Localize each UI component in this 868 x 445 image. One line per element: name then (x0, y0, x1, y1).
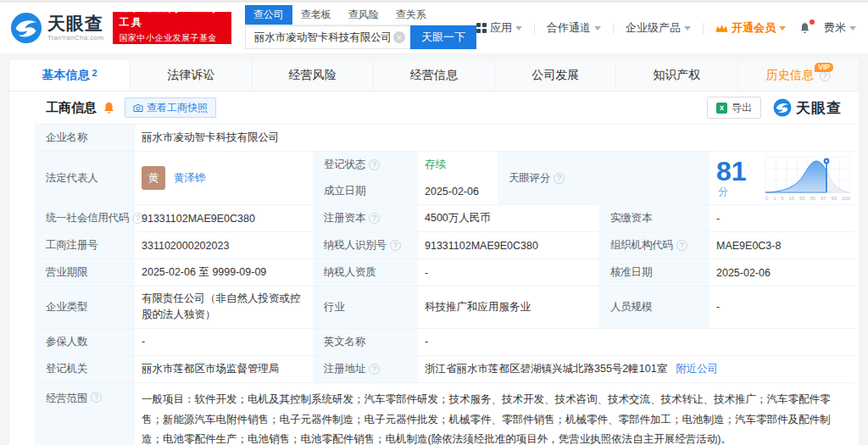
tab-label: 经营风险 (289, 68, 337, 83)
nav-divider (703, 23, 704, 34)
legal-rep-avatar[interactable]: 黄 (142, 166, 165, 190)
logo-swirl-icon (773, 98, 792, 117)
field-label-org-code: 组织机构代码 ? (599, 232, 709, 259)
top-nav: 应用 合作通道 企业级产品 开通会员 费米 (476, 20, 856, 36)
help-icon[interactable]: ? (554, 173, 565, 184)
field-label-reg-status: 登记状态 ? (313, 152, 418, 178)
logo-swirl-icon (10, 12, 42, 44)
notification-bell[interactable] (798, 21, 812, 36)
field-label-english-name: 英文名称 (313, 329, 418, 355)
field-label-address: 注册地址 ? (313, 356, 418, 382)
field-label-reg-number: 工商注册号 (35, 232, 135, 259)
field-label-staff-size: 人员规模 (599, 286, 709, 328)
field-value-company-name: 丽水市凌动智卡科技有限公司 (135, 125, 855, 151)
score-cell[interactable]: 81分 (709, 152, 855, 204)
search-tab-company[interactable]: 查公司 (245, 5, 292, 25)
tab-label: 法律诉讼 (167, 68, 214, 83)
search-button[interactable]: 天眼一下 (410, 25, 476, 49)
field-label-paid-capital: 实缴资本 (599, 205, 709, 231)
table-row: 统一社会信用代码 ? 91331102MAE9E0C380 注册资本 ? 450… (35, 205, 855, 232)
tab-operation-risk[interactable]: 经营风险 (253, 60, 374, 91)
table-row: 企业名称 丽水市凌动智卡科技有限公司 (35, 125, 855, 152)
chevron-down-icon (515, 26, 522, 31)
tab-label: 基本信息 (42, 68, 90, 83)
brand-slogan-banner: 都在用的商业查询工具 国家中小企业发展子基金旗下机构 (113, 12, 231, 44)
tab-intellectual-property[interactable]: 知识产权 (616, 60, 737, 91)
tab-label: 公司发展 (531, 68, 579, 83)
field-value-english-name: - (418, 329, 855, 355)
help-icon[interactable]: ? (91, 392, 102, 403)
chevron-down-icon (684, 26, 691, 31)
help-icon[interactable]: ? (369, 364, 380, 375)
tab-operation-info[interactable]: 经营信息 (374, 60, 495, 91)
field-label-taxpayer-quality: 纳税人资质 (313, 259, 418, 286)
field-value-paid-capital: - (709, 205, 855, 231)
search-clear-icon[interactable]: × (393, 31, 405, 43)
field-value-business-term: 2025-02-06 至 9999-09-09 (135, 259, 313, 286)
score-chart-ticks: 0151550859799100 (764, 196, 852, 201)
search-tab-boss[interactable]: 查老板 (292, 5, 340, 25)
field-label-business-term: 营业期限 (35, 259, 135, 286)
search-input[interactable] (245, 25, 410, 49)
section-header: 工商信息 查看工商快照 x 导出 天眼查 (9, 92, 859, 124)
watermark-text: 天眼查 (796, 98, 842, 118)
help-icon[interactable]: ? (390, 240, 401, 251)
field-value-reg-number: 331102000202023 (135, 232, 313, 259)
chevron-down-icon (594, 26, 601, 31)
nav-apps[interactable]: 应用 (476, 20, 522, 36)
nav-open-vip[interactable]: 开通会员 (715, 20, 786, 36)
label-text: 注册资本 (324, 211, 365, 225)
search-block: 查公司 查老板 查风险 查关系 × 天眼一下 (245, 7, 476, 49)
field-value-address: 浙江省丽水市莲都区碧湖镇兴城北路355号2幢101室 附近公司 (418, 356, 855, 382)
business-info-table: 企业名称 丽水市凌动智卡科技有限公司 法定代表人 黄 黄泽铧 登记状态 ? 存续… (35, 124, 855, 445)
table-row: 登记机关 丽水市莲都区市场监督管理局 注册地址 ? 浙江省丽水市莲都区碧湖镇兴城… (35, 356, 855, 383)
notification-dot (810, 19, 815, 25)
score-value: 81 (716, 156, 747, 186)
search-tab-relation[interactable]: 查关系 (387, 5, 435, 25)
field-value-credit-code: 91331102MAE9E0C380 (135, 205, 313, 231)
field-value-approve-date: 2025-02-06 (709, 259, 855, 286)
field-label-score: 天眼评分 ? (498, 152, 709, 204)
table-row: 企业类型 有限责任公司（非自然人投资或控股的法人独资） 行业 科技推广和应用服务… (35, 286, 855, 329)
announcement-bell-icon[interactable] (103, 102, 114, 114)
field-value-establish-date: 2025-02-06 (418, 178, 498, 204)
tab-legal-proceedings[interactable]: 法律诉讼 (131, 60, 252, 91)
field-label-reg-capital: 注册资本 ? (313, 205, 418, 231)
help-icon[interactable]: ? (369, 159, 380, 170)
top-bar: 天眼查 TianYanCha.com 都在用的商业查询工具 国家中小企业发展子基… (0, 3, 868, 53)
business-snapshot-button[interactable]: 查看工商快照 (125, 97, 216, 118)
help-icon[interactable]: ? (369, 213, 380, 224)
excel-icon: x (716, 103, 727, 114)
nav-user-label: 费米 (824, 20, 846, 36)
snapshot-button-label: 查看工商快照 (147, 101, 208, 115)
score-distribution-chart: 0151550859799100 (764, 155, 852, 201)
search-tab-risk[interactable]: 查风险 (340, 5, 387, 25)
nav-channel-label: 合作通道 (547, 20, 591, 36)
camera-icon (133, 103, 143, 113)
help-icon[interactable]: ? (676, 240, 687, 251)
export-button[interactable]: x 导出 (707, 97, 761, 119)
table-row: 营业期限 2025-02-06 至 9999-09-09 纳税人资质 - 核准日… (35, 259, 855, 286)
tianyancha-logo[interactable]: 天眼查 TianYanCha.com (10, 12, 104, 44)
field-label-insured: 参保人数 (35, 329, 135, 355)
tab-basic-info[interactable]: 基本信息 2 (9, 60, 131, 91)
section-title: 工商信息 (46, 100, 97, 116)
apps-grid-icon (476, 23, 487, 33)
field-value-reg-authority: 丽水市莲都区市场监督管理局 (135, 356, 313, 382)
field-value-staff-size: - (709, 286, 855, 328)
field-value-company-type: 有限责任公司（非自然人投资或控股的法人独资） (135, 286, 313, 328)
label-text: 登记状态 (324, 158, 365, 172)
nav-open-vip-label: 开通会员 (732, 20, 776, 36)
tab-label: 经营信息 (410, 68, 458, 83)
nav-user[interactable]: 费米 (824, 20, 856, 36)
tab-history-info[interactable]: VIP 历史信息 ? (738, 60, 859, 91)
nav-enterprise[interactable]: 企业级产品 (626, 20, 691, 36)
label-text: 经营范围 (46, 392, 87, 406)
nav-channel[interactable]: 合作通道 (547, 20, 601, 36)
field-value-taxpayer-quality: - (418, 259, 599, 286)
field-value-reg-capital: 4500万人民币 (418, 205, 599, 231)
table-row: 经营范围 ? 一般项目：软件开发；电机及其控制系统研发；汽车零部件研发；技术服务… (35, 383, 855, 445)
tab-company-development[interactable]: 公司发展 (495, 60, 616, 91)
nearby-companies-link[interactable]: 附近公司 (676, 362, 718, 376)
legal-rep-link[interactable]: 黄泽铧 (174, 171, 206, 186)
